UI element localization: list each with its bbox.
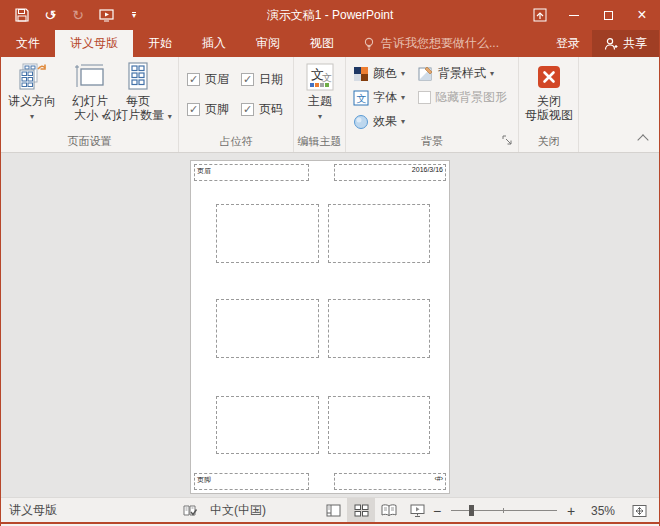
proofing-icon[interactable] — [183, 504, 198, 518]
zoom-in-button[interactable]: + — [565, 503, 577, 519]
slide-placeholder-4[interactable] — [328, 299, 430, 358]
fonts-icon: 文 — [353, 90, 369, 106]
slide-sorter-view-button[interactable] — [347, 498, 375, 523]
fonts-dropdown-icon: ▾ — [401, 93, 405, 102]
footer-checkbox-label: 页脚 — [205, 101, 229, 118]
tell-me-search[interactable]: 告诉我您想要做什么... — [363, 30, 499, 57]
fit-slide-to-window-icon[interactable] — [625, 498, 653, 523]
close-master-view-button[interactable]: 关闭 母版视图 — [522, 60, 576, 122]
group-label-page-setup: 页面设置 — [1, 134, 178, 149]
svg-text:文: 文 — [357, 93, 367, 104]
group-close: 关闭 母版视图 关闭 — [519, 57, 579, 152]
close-glyph: × — [637, 6, 646, 24]
tab-file[interactable]: 文件 — [1, 30, 55, 57]
fonts-button[interactable]: 文 字体 ▾ — [353, 89, 405, 106]
footer-placeholder[interactable]: 页脚 — [194, 473, 309, 490]
handout-orientation-icon — [5, 60, 59, 94]
handout-master-page[interactable]: 页眉 2016/3/16 页脚 ‹#› — [191, 161, 449, 493]
handout-orientation-label: 讲义方向 — [5, 94, 59, 108]
tab-handout-master[interactable]: 讲义母版 — [55, 30, 133, 57]
minimize-button[interactable] — [557, 0, 591, 30]
header-checkbox-label: 页眉 — [205, 71, 229, 88]
group-page-setup: 讲义方向 ▾ 幻灯片 大小 ▾ 每页 幻灯片数量 ▾ 页面设置 — [1, 57, 179, 152]
tab-home[interactable]: 开始 — [133, 30, 187, 57]
slides-per-page-icon — [97, 60, 179, 94]
maximize-button[interactable] — [591, 0, 625, 30]
group-placeholders: ✓ 页眉 ✓ 日期 ✓ 页脚 ✓ 页码 占位符 — [179, 57, 294, 152]
slide-placeholder-3[interactable] — [216, 299, 319, 358]
status-language[interactable]: 中文(中国) — [210, 502, 266, 519]
date-checkbox-icon[interactable]: ✓ — [241, 73, 254, 86]
themes-dropdown-icon: ▾ — [318, 112, 322, 121]
date-placeholder[interactable]: 2016/3/16 — [334, 164, 446, 181]
save-icon[interactable] — [9, 2, 35, 28]
checkbox-date[interactable]: ✓ 日期 — [241, 71, 283, 88]
reading-view-button[interactable] — [375, 498, 403, 523]
hide-background-graphics-checkbox-icon — [418, 91, 431, 104]
tab-insert[interactable]: 插入 — [187, 30, 241, 57]
slide-placeholder-5[interactable] — [216, 396, 319, 454]
tab-review[interactable]: 审阅 — [241, 30, 295, 57]
zoom-slider-midpoint — [503, 508, 504, 513]
share-person-icon — [604, 37, 618, 51]
redo-glyph: ↻ — [72, 7, 84, 23]
page-number-checkbox-label: 页码 — [259, 101, 283, 118]
header-checkbox-icon[interactable]: ✓ — [187, 73, 200, 86]
page-number-placeholder[interactable]: ‹#› — [334, 473, 446, 490]
header-placeholder[interactable]: 页眉 — [194, 164, 309, 181]
powerpoint-window: ↺▾ ↻ ▾ 演示文稿1 - PowerPoint × 文件 讲义母版 开始 插… — [0, 0, 660, 526]
footer-checkbox-icon[interactable]: ✓ — [187, 103, 200, 116]
tab-view[interactable]: 视图 — [295, 30, 349, 57]
colors-icon — [353, 66, 369, 82]
effects-dropdown-icon: ▾ — [401, 117, 405, 126]
window-bottom-border — [1, 522, 659, 524]
group-background: 颜色 ▾ 文 字体 ▾ 效果 ▾ 背景样式 — [346, 57, 519, 152]
date-checkbox-label: 日期 — [259, 71, 283, 88]
zoom-percentage[interactable]: 35% — [577, 504, 615, 518]
background-styles-button[interactable]: 背景样式 ▾ — [418, 65, 494, 82]
collapse-ribbon-icon[interactable] — [637, 134, 648, 145]
slide-placeholder-6[interactable] — [328, 396, 430, 454]
zoom-slider-handle[interactable] — [469, 505, 474, 516]
zoom-slider[interactable] — [451, 510, 557, 511]
handout-orientation-button[interactable]: 讲义方向 ▾ — [5, 60, 59, 124]
ribbon-display-options-icon[interactable] — [523, 0, 557, 30]
slide-placeholder-2[interactable] — [328, 204, 430, 263]
colors-label: 颜色 — [373, 65, 397, 82]
colors-dropdown-icon: ▾ — [401, 69, 405, 78]
themes-button[interactable]: 文文 主题 ▾ — [299, 60, 341, 124]
hide-background-graphics-checkbox: 隐藏背景图形 — [418, 89, 507, 106]
group-edit-theme: 文文 主题 ▾ 编辑主题 — [294, 57, 346, 152]
background-styles-label: 背景样式 — [438, 65, 486, 82]
slide-placeholder-1[interactable] — [216, 204, 319, 263]
checkbox-page-number[interactable]: ✓ 页码 — [241, 101, 283, 118]
colors-button[interactable]: 颜色 ▾ — [353, 65, 405, 82]
checkbox-footer[interactable]: ✓ 页脚 — [187, 101, 229, 118]
start-slideshow-icon[interactable] — [93, 2, 119, 28]
window-controls: × — [523, 0, 659, 30]
redo-icon: ↻ — [65, 2, 91, 28]
hide-background-graphics-label: 隐藏背景图形 — [435, 89, 507, 106]
background-dialog-launcher-icon[interactable] — [502, 135, 515, 148]
effects-button[interactable]: 效果 ▾ — [353, 113, 405, 130]
svg-text:文: 文 — [322, 72, 332, 83]
normal-view-button[interactable] — [319, 498, 347, 523]
page-number-checkbox-icon[interactable]: ✓ — [241, 103, 254, 116]
slides-per-page-button[interactable]: 每页 幻灯片数量 ▾ — [97, 60, 179, 124]
share-button[interactable]: 共享 — [592, 30, 659, 57]
undo-icon[interactable]: ↺▾ — [37, 2, 63, 28]
group-label-edit-theme: 编辑主题 — [294, 134, 345, 149]
customize-qat-glyph: ▾ — [132, 12, 136, 19]
status-view-name: 讲义母版 — [9, 502, 57, 519]
close-master-label-2: 母版视图 — [522, 108, 576, 122]
close-button[interactable]: × — [625, 0, 659, 30]
slideshow-view-button[interactable] — [403, 498, 431, 523]
customize-qat-icon[interactable]: ▾ — [121, 2, 147, 28]
undo-dropdown-icon[interactable]: ▾ — [52, 11, 56, 20]
close-master-view-icon — [522, 60, 576, 94]
sign-in-button[interactable]: 登录 — [544, 30, 592, 57]
title-bar: ↺▾ ↻ ▾ 演示文稿1 - PowerPoint × — [1, 0, 659, 30]
checkbox-header[interactable]: ✓ 页眉 — [187, 71, 229, 88]
handout-orientation-dropdown-icon: ▾ — [30, 112, 34, 121]
zoom-out-button[interactable]: − — [431, 503, 443, 519]
